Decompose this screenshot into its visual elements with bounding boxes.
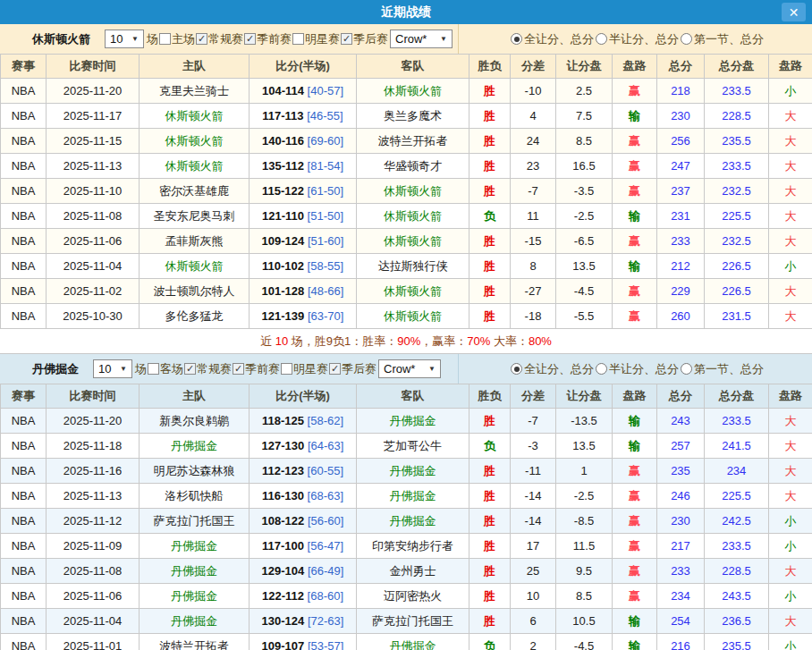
half-score: [40-57] [308,84,343,97]
diff-cell: 23 [511,154,556,179]
score-cell: 130-124 [72-63] [250,609,357,634]
score-cell: 109-124 [51-60] [250,229,357,254]
filter-checkbox-home-games[interactable]: 主场 [158,31,195,47]
diff-cell: -11 [511,459,556,484]
column-header: 总分盘 [705,384,769,409]
total-line-cell: 228.5 [705,104,769,129]
dialog-title: 近期战绩 [0,0,812,24]
close-button[interactable]: ✕ [782,3,806,21]
away-team-cell: 休斯顿火箭 [357,304,469,329]
half-score: [81-54] [308,159,343,173]
handicap-line-cell: 9.5 [556,559,613,584]
date-cell: 2025-11-13 [47,154,140,179]
checkbox-label: 季前赛 [257,31,292,47]
column-header: 盘路 [769,55,812,79]
ou-result-cell: 小 [769,254,812,279]
table-row: NBA2025-11-20克里夫兰骑士104-114 [40-57]休斯顿火箭胜… [1,79,812,104]
checkbox-box: ✓ [196,33,207,45]
handicap-line-cell: -3.5 [556,179,613,204]
diff-cell: -10 [511,79,556,104]
checkbox-label: 明星赛 [305,31,340,47]
filter-checkbox-regular-season[interactable]: ✓常规赛 [195,31,243,47]
full-score: 117-100 [262,539,304,553]
home-team-cell: 休斯顿火箭 [140,154,250,179]
checkbox-box: ✓ [184,363,196,375]
filter-checkbox-playoffs[interactable]: ✓季后赛 [328,361,376,377]
games-count-value: 10 [110,32,123,46]
home-team-cell: 丹佛掘金 [140,434,250,459]
table-row: NBA2025-11-16明尼苏达森林狼112-123 [60-55]丹佛掘金胜… [1,459,812,484]
home-team-cell: 洛杉矶快船 [140,484,250,509]
full-score: 140-116 [262,134,304,148]
filter-checkbox-all-star[interactable]: 明星赛 [292,31,340,47]
league-cell: NBA [1,584,47,609]
handicap-result-cell: 赢 [613,559,657,584]
table-header-row: 赛事比赛时间主队比分(半场)客队胜负分差让分盘盘路总分总分盘盘路 [1,384,812,409]
full-score: 109-107 [262,639,305,650]
result-cell: 胜 [469,584,511,609]
handicap-result-cell: 赢 [613,129,657,154]
dropdown-arrow-icon: ▼ [440,35,447,43]
filter-checkbox-preseason[interactable]: ✓季前赛 [232,361,280,377]
handicap-result-cell: 输 [613,409,657,434]
full-score: 116-130 [262,489,304,502]
date-cell: 2025-11-20 [47,79,140,104]
diff-cell: -27 [511,279,556,304]
table-row: NBA2025-11-08圣安东尼奥马刺121-110 [51-50]休斯顿火箭… [1,204,812,229]
away-team-cell: 萨克拉门托国王 [357,609,469,634]
date-cell: 2025-11-06 [47,229,140,254]
checkbox-box: ✓ [341,33,352,45]
diff-cell: 11 [511,204,556,229]
game-type-select[interactable]: Crow*▼ [390,30,453,48]
ou-result-cell: 大 [769,459,812,484]
total-line-cell: 232.5 [705,179,769,204]
column-header: 客队 [357,55,469,79]
league-cell: NBA [1,104,47,129]
away-team-cell: 丹佛掘金 [357,634,469,650]
radio-q1-total[interactable]: 第一节、总分 [681,361,764,377]
results-table-2: 赛事比赛时间主队比分(半场)客队胜负分差让分盘盘路总分总分盘盘路NBA2025-… [0,384,812,650]
half-score: [66-49] [308,564,343,578]
handicap-line-cell: -4.5 [556,634,613,650]
column-header: 让分盘 [556,55,613,79]
half-score: [60-55] [308,464,343,477]
filter-checkbox-all-star[interactable]: 明星赛 [280,361,328,377]
score-cell: 109-107 [53-57] [250,634,357,650]
handicap-result-cell: 输 [613,609,657,634]
full-score: 101-128 [262,284,305,298]
summary-text: 大率： [490,334,529,348]
league-cell: NBA [1,254,47,279]
radio-full-handicap-total[interactable]: 全让分、总分 [511,361,594,377]
results-table-1: 赛事比赛时间主队比分(半场)客队胜负分差让分盘盘路总分总分盘盘路NBA2025-… [0,54,812,329]
half-score: [72-63] [308,614,343,628]
ou-result-cell: 大 [769,154,812,179]
score-cell: 127-130 [64-63] [250,434,357,459]
diff-cell: 24 [511,129,556,154]
league-cell: NBA [1,279,47,304]
league-cell: NBA [1,79,47,104]
games-count-select[interactable]: 10▼ [105,30,144,48]
game-type-select[interactable]: Crow*▼ [378,359,441,378]
date-cell: 2025-11-18 [47,434,140,459]
handicap-result-cell: 赢 [613,179,657,204]
home-team-cell: 新奥尔良鹈鹕 [140,409,250,434]
score-cell: 112-123 [60-55] [250,459,357,484]
filter-checkbox-away-games[interactable]: 客场 [147,361,183,377]
filter-checkbox-preseason[interactable]: ✓季前赛 [243,31,292,47]
score-cell: 108-122 [56-60] [250,509,357,534]
radio-full-handicap-total[interactable]: 全让分、总分 [511,31,594,47]
table-row: NBA2025-11-04休斯顿火箭110-102 [58-55]达拉斯独行侠胜… [1,254,812,279]
handicap-line-cell: 2.5 [556,79,613,104]
radio-q1-total[interactable]: 第一节、总分 [681,31,764,47]
half-score: [68-63] [308,489,343,502]
radio-half-handicap-total[interactable]: 半让分、总分 [596,31,679,47]
radio-circle [511,363,522,375]
radio-half-handicap-total[interactable]: 半让分、总分 [596,361,679,377]
games-count-select[interactable]: 10▼ [93,359,132,378]
filter-checkbox-regular-season[interactable]: ✓常规赛 [183,361,232,377]
filter-checkbox-playoffs[interactable]: ✓季后赛 [340,31,388,47]
total-line-cell: 226.5 [705,254,769,279]
total-line-cell: 241.5 [705,434,769,459]
table-row: NBA2025-11-13休斯顿火箭135-112 [81-54]华盛顿奇才胜2… [1,154,812,179]
full-score: 127-130 [262,439,305,452]
